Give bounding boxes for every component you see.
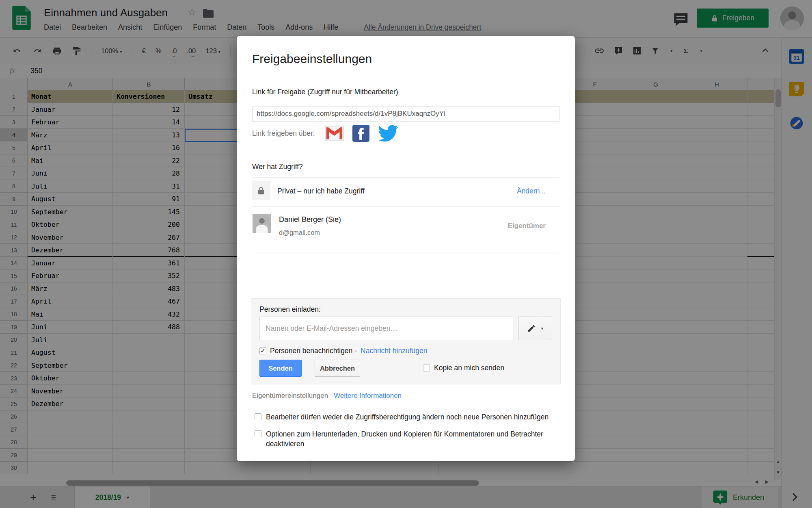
notify-people-checkbox[interactable]	[259, 347, 266, 354]
share-via-row: Link freigeben über:	[252, 123, 398, 144]
send-copy-checkbox[interactable]	[423, 365, 430, 371]
more-info-link[interactable]: Weitere Informationen	[334, 392, 402, 400]
send-copy-label: Kopie an mich senden	[434, 364, 504, 372]
option-row: Optionen zum Herunterladen, Drucken und …	[255, 429, 562, 449]
private-lock-badge	[252, 181, 270, 200]
divider	[252, 252, 559, 252]
invite-input[interactable]	[259, 317, 513, 340]
editors-restriction-label: Bearbeiter dürfen weder die Zugriffsbere…	[266, 412, 549, 422]
share-link-input[interactable]	[252, 106, 559, 122]
option-row: Bearbeiter dürfen weder die Zugriffsbere…	[255, 412, 567, 422]
share-via-icons	[325, 125, 398, 142]
permission-dropdown-button[interactable]: ▾	[518, 317, 552, 340]
send-copy-row: Kopie an mich senden	[423, 364, 504, 372]
divider	[252, 177, 559, 178]
facebook-icon[interactable]	[352, 125, 369, 142]
editors-restriction-checkbox[interactable]	[255, 413, 261, 420]
divider	[252, 206, 559, 207]
owner-email: d@gmail.com	[279, 229, 320, 237]
cancel-button[interactable]: Abbrechen	[315, 360, 360, 377]
send-button[interactable]: Senden	[259, 360, 302, 377]
twitter-icon[interactable]	[378, 125, 398, 142]
private-access-text: Privat – nur ich habe Zugriff	[277, 187, 365, 195]
who-has-access-heading: Wer hat Zugriff?	[252, 163, 303, 171]
chevron-down-icon: ▾	[541, 326, 544, 331]
invite-people-section: Personen einladen: ▾ Personen benachrich…	[251, 298, 561, 384]
share-link-label: Link für Freigabe (Zugriff nur für Mitbe…	[252, 88, 398, 96]
share-settings-dialog: Freigabeeinstellungen Link für Freigabe …	[237, 36, 575, 461]
disable-download-label: Optionen zum Herunterladen, Drucken und …	[266, 429, 555, 449]
notify-people-label: Personen benachrichtigen -	[270, 347, 357, 355]
lock-icon	[257, 186, 266, 195]
notify-people-row: Personen benachrichtigen - Nachricht hin…	[259, 347, 427, 355]
dialog-title: Freigabeeinstellungen	[252, 52, 372, 66]
google-sheets-app: Einnahmen und Ausgaben ☆ DateiBearbeiten…	[0, 0, 812, 508]
owner-role-badge: Eigentümer	[508, 222, 546, 230]
add-message-link[interactable]: Nachricht hinzufügen	[361, 347, 427, 355]
owner-settings-label: Eigentümereinstellungen	[252, 392, 328, 400]
disable-download-checkbox[interactable]	[255, 430, 261, 437]
owner-settings-row: Eigentümereinstellungen Weitere Informat…	[252, 392, 402, 400]
change-access-link[interactable]: Ändern...	[517, 187, 546, 195]
share-via-label: Link freigeben über:	[252, 129, 315, 138]
owner-avatar	[253, 214, 271, 233]
pencil-icon	[527, 324, 536, 333]
owner-name: Daniel Berger (Sie)	[279, 215, 341, 224]
invite-heading: Personen einladen:	[259, 305, 321, 314]
gmail-icon[interactable]	[325, 126, 344, 141]
